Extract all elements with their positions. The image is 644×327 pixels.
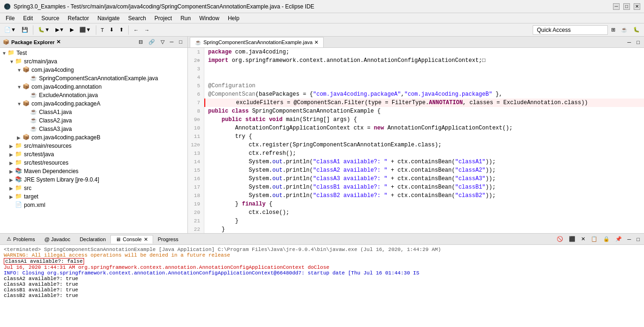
tree-item[interactable]: ▶ 📦 com.java4coding.packageB: [0, 133, 187, 142]
tree-item[interactable]: ▶ 📚 Maven Dependencies: [0, 167, 187, 175]
code-line[interactable]: System.out.println("classA2 available?: …: [204, 166, 644, 175]
code-line[interactable]: excludeFilters = @ComponentScan.Filter(t…: [204, 99, 644, 107]
console-tab-close[interactable]: ✕: [144, 236, 148, 243]
console-scroll-lock-button[interactable]: 🔒: [601, 235, 612, 243]
menu-source[interactable]: Source: [38, 14, 63, 23]
tree-item[interactable]: ▼ 📦 com.java4coding: [0, 66, 187, 74]
open-perspective-button[interactable]: ⊞: [609, 25, 618, 34]
pe-minimize-button[interactable]: ─: [168, 38, 176, 46]
line-number: 8: [188, 107, 204, 115]
console-stop-button[interactable]: ⬛: [566, 235, 578, 243]
code-line[interactable]: System.out.println("classB1 available?: …: [204, 183, 644, 191]
menu-window[interactable]: Window: [195, 14, 223, 23]
tree-item[interactable]: ▶ 📁 src/main/resources: [0, 142, 187, 150]
debug-perspective[interactable]: 🐛: [631, 25, 642, 34]
console-tab-progress[interactable]: Progress: [153, 236, 183, 243]
pe-link-button[interactable]: 🔗: [146, 38, 157, 46]
tree-item[interactable]: ▼ 📁 src/main/java: [0, 57, 187, 66]
new-button[interactable]: 📄▼: [2, 25, 18, 34]
tree-item[interactable]: ▶ 📁 target: [0, 192, 187, 201]
pe-maximize-button[interactable]: □: [177, 38, 185, 46]
editor-tab-close[interactable]: ✕: [314, 39, 318, 46]
menu-edit[interactable]: Edit: [19, 14, 37, 23]
prev-annotation-button[interactable]: ⬆: [117, 25, 126, 34]
line-number: 6: [188, 90, 204, 99]
pe-header: 📦 Package Explorer ✕ ⊟ 🔗 ▽ ─ □: [0, 37, 187, 48]
stop-button[interactable]: ⬛▼: [77, 25, 93, 34]
menu-search[interactable]: Search: [124, 14, 150, 23]
editor-minimize-button[interactable]: ─: [625, 38, 634, 46]
menu-run[interactable]: Run: [177, 14, 194, 23]
console-minimize-button[interactable]: ─: [625, 235, 634, 243]
code-line[interactable]: ctx.close();: [204, 208, 644, 217]
code-line[interactable]: }: [204, 217, 644, 225]
tree-item[interactable]: ☕ ClassA2.java: [0, 116, 187, 125]
editor-maximize-button[interactable]: □: [634, 38, 642, 46]
code-line[interactable]: ctx.register(SpringComponentScanAnnotati…: [204, 141, 644, 149]
tree-item[interactable]: ☕ ExcludeAnnotation.java: [0, 91, 187, 99]
code-line[interactable]: [204, 65, 644, 73]
menu-navigate[interactable]: Navigate: [93, 14, 123, 23]
debug-button[interactable]: 🐛▼: [36, 25, 52, 34]
tree-item[interactable]: ☕ ClassA1.java: [0, 108, 187, 116]
code-line[interactable]: System.out.println("classB2 available?: …: [204, 191, 644, 200]
pe-close-icon[interactable]: ✕: [56, 39, 61, 45]
next-annotation-button[interactable]: ⬇: [107, 25, 116, 34]
pe-menu-button[interactable]: ▽: [158, 38, 167, 46]
title-bar-controls[interactable]: ─ □ ✕: [613, 3, 640, 10]
run-last-button[interactable]: ▶: [68, 25, 76, 34]
console-clear-button[interactable]: 🚫: [554, 235, 566, 243]
tree-item[interactable]: ▼ 📦 com.java4coding.annotation: [0, 83, 187, 91]
code-line[interactable]: @Configuration: [204, 82, 644, 90]
code-line[interactable]: } finally {: [204, 200, 644, 208]
code-line[interactable]: System.out.println("classA3 available?: …: [204, 175, 644, 183]
menu-refactor[interactable]: Refactor: [64, 14, 93, 23]
code-line[interactable]: package com.java4coding;: [204, 48, 644, 56]
editor-tab-main[interactable]: ☕ SpringComponentScanAnnotationExample.j…: [190, 37, 324, 47]
run-button[interactable]: ▶▼: [53, 25, 67, 34]
code-line[interactable]: @ComponentScan(basePackages = {"com.java…: [204, 90, 644, 99]
console-remove-button[interactable]: ✕: [579, 235, 588, 243]
code-line[interactable]: import org.springframework.context.annot…: [204, 56, 644, 65]
tree-item[interactable]: ▶ 📁 src: [0, 184, 187, 192]
console-classA3-line: classA3 available?: true: [4, 281, 640, 287]
console-tab-declaration[interactable]: Declaration: [75, 236, 111, 243]
tree-item[interactable]: ▶ 📁 src/test/resources: [0, 159, 187, 167]
console-tab-javadoc[interactable]: @ Javadoc: [39, 236, 75, 243]
maximize-button[interactable]: □: [623, 3, 630, 10]
tree-item[interactable]: ▼ 📦 com.java4coding.packageA: [0, 99, 187, 108]
code-line[interactable]: public class SpringComponentScanAnnotati…: [204, 107, 644, 115]
console-pin-button[interactable]: 📌: [613, 235, 624, 243]
menu-file[interactable]: File: [2, 14, 18, 23]
close-button[interactable]: ✕: [634, 3, 640, 10]
tree-item[interactable]: ▶ 📚 JRE System Library [jre-9.0.4]: [0, 175, 187, 184]
console-maximize-button[interactable]: □: [634, 235, 642, 243]
code-line[interactable]: System.out.println("classA1 available?: …: [204, 158, 644, 166]
console-copy-button[interactable]: 📋: [589, 235, 600, 243]
code-line[interactable]: AnnotationConfigApplicationContext ctx =…: [204, 124, 644, 132]
tree-item[interactable]: ▼ 📁 Test: [0, 49, 187, 57]
code-editor[interactable]: 1package com.java4coding;2⊕import org.sp…: [188, 48, 644, 233]
open-type-button[interactable]: T: [99, 26, 107, 34]
java-perspective[interactable]: ☕: [619, 25, 630, 34]
menu-project[interactable]: Project: [151, 14, 176, 23]
console-tab-console[interactable]: 🖥 Console ✕: [110, 235, 153, 243]
code-line[interactable]: public static void main(String[] args) {: [204, 115, 644, 124]
tree-item[interactable]: ▶ 📁 src/test/java: [0, 150, 187, 159]
code-line[interactable]: try {: [204, 132, 644, 141]
minimize-button[interactable]: ─: [613, 3, 620, 10]
tree-icon: 📁: [8, 49, 15, 57]
back-button[interactable]: ←: [131, 26, 141, 34]
code-line[interactable]: [204, 73, 644, 82]
tree-item[interactable]: 📄 pom.xml: [0, 201, 187, 209]
console-tab-problems[interactable]: ⚠ Problems: [2, 235, 39, 243]
quick-access-box[interactable]: Quick Access: [533, 25, 608, 35]
save-button[interactable]: 💾: [19, 25, 31, 34]
code-line[interactable]: ctx.refresh();: [204, 149, 644, 158]
tree-item[interactable]: ☕ SpringComponentScanAnnotationExample.j…: [0, 74, 187, 83]
forward-button[interactable]: →: [142, 26, 152, 34]
code-line[interactable]: }: [204, 225, 644, 233]
menu-help[interactable]: Help: [224, 14, 243, 23]
tree-item[interactable]: ☕ ClassA3.java: [0, 125, 187, 133]
pe-collapse-button[interactable]: ⊟: [136, 38, 145, 46]
